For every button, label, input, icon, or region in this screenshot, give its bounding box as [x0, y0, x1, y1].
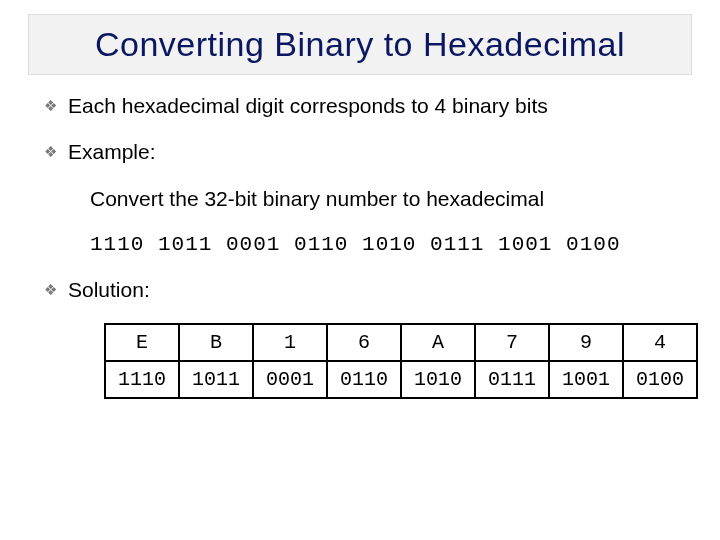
solution-table: E B 1 6 A 7 9 4 1110 1011 0001 0110 1010…	[104, 323, 698, 399]
title-bar: Converting Binary to Hexadecimal	[28, 14, 692, 75]
hex-cell: 6	[327, 324, 401, 361]
table-row: 1110 1011 0001 0110 1010 0111 1001 0100	[105, 361, 697, 398]
content-area: ❖ Each hexadecimal digit corresponds to …	[0, 75, 720, 399]
table-row: E B 1 6 A 7 9 4	[105, 324, 697, 361]
nibble-cell: 1011	[179, 361, 253, 398]
hex-cell: 7	[475, 324, 549, 361]
nibble-cell: 1010	[401, 361, 475, 398]
bullet-2: ❖ Example:	[44, 139, 676, 165]
nibble-cell: 0111	[475, 361, 549, 398]
hex-cell: 1	[253, 324, 327, 361]
bullet-1-text: Each hexadecimal digit corresponds to 4 …	[68, 93, 548, 119]
bullet-2-text: Example:	[68, 139, 156, 165]
hex-cell: B	[179, 324, 253, 361]
example-binary: 1110 1011 0001 0110 1010 0111 1001 0100	[90, 231, 676, 259]
bullet-icon: ❖	[44, 93, 58, 119]
bullet-1: ❖ Each hexadecimal digit corresponds to …	[44, 93, 676, 119]
hex-cell: 9	[549, 324, 623, 361]
nibble-cell: 0001	[253, 361, 327, 398]
nibble-cell: 1110	[105, 361, 179, 398]
nibble-cell: 0100	[623, 361, 697, 398]
nibble-cell: 1001	[549, 361, 623, 398]
example-prompt: Convert the 32-bit binary number to hexa…	[90, 185, 676, 213]
hex-cell: 4	[623, 324, 697, 361]
bullet-icon: ❖	[44, 139, 58, 165]
bullet-3-text: Solution:	[68, 277, 150, 303]
nibble-cell: 0110	[327, 361, 401, 398]
bullet-3: ❖ Solution:	[44, 277, 676, 303]
hex-cell: E	[105, 324, 179, 361]
bullet-icon: ❖	[44, 277, 58, 303]
slide: Converting Binary to Hexadecimal ❖ Each …	[0, 14, 720, 540]
slide-title: Converting Binary to Hexadecimal	[43, 25, 677, 64]
hex-cell: A	[401, 324, 475, 361]
